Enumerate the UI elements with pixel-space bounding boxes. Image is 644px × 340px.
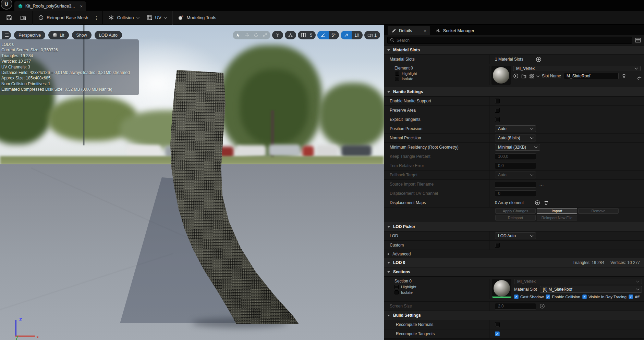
find-in-content-browser-button[interactable] <box>16 11 31 25</box>
use-selected-asset-icon[interactable] <box>513 73 519 79</box>
tab-socket-manager[interactable]: Socket Manager <box>432 26 478 35</box>
highlight-checkbox[interactable] <box>395 72 399 76</box>
coordinate-system-button[interactable] <box>272 31 283 39</box>
lit-mode-button[interactable]: Lit <box>48 31 69 39</box>
minimum-residency-dropdown[interactable]: Minimal (32KB) <box>495 144 540 151</box>
search-input[interactable] <box>397 38 629 43</box>
section-isolate-toggle[interactable]: Isolate <box>394 290 489 294</box>
normal-precision-dropdown[interactable]: Auto (8 bits) <box>495 135 536 141</box>
browse-to-asset-icon[interactable] <box>521 74 527 79</box>
element-0-block: Element 0 Highlight Isolate MI_Vertex <box>384 64 644 87</box>
preserve-area-checkbox[interactable] <box>495 108 500 113</box>
scale-tool-icon[interactable] <box>263 33 267 38</box>
category-build-settings[interactable]: Build Settings <box>384 311 644 320</box>
show-menu-button[interactable]: Show <box>72 31 92 39</box>
perspective-button[interactable]: Perspective <box>14 31 45 39</box>
unreal-logo[interactable]: U <box>0 0 14 11</box>
section-material-thumbnail[interactable] <box>492 279 511 298</box>
category-lod0[interactable]: LOD 0 Triangles: 19 284 Vertices: 10 277 <box>384 258 644 267</box>
slot-name-input[interactable] <box>564 73 619 79</box>
cast-shadow-checkbox[interactable]: ✓ <box>514 294 519 299</box>
tree-blob <box>240 69 308 144</box>
display-options-icon[interactable] <box>635 37 641 43</box>
reimport-options-menu[interactable]: ⋮ <box>92 11 101 25</box>
stat-line: Triangles: 19 284 <box>1 53 135 59</box>
angle-snap-value[interactable]: 5° <box>329 33 339 38</box>
material-picker-icon[interactable] <box>530 74 534 78</box>
browse-file-button[interactable]: ... <box>539 182 544 187</box>
add-material-slot-icon[interactable] <box>536 56 542 62</box>
viewport-options-menu[interactable] <box>2 31 11 39</box>
visible-ray-tracing-checkbox[interactable]: ✓ <box>582 294 587 299</box>
lod-dropdown[interactable]: LOD Auto <box>495 232 536 239</box>
apply-changes-button: Apply Changes <box>495 208 536 214</box>
isolate-toggle[interactable]: Isolate <box>394 77 489 81</box>
x-axis-line <box>15 336 35 337</box>
affect-toggle[interactable]: ✓Aff <box>629 294 640 299</box>
isolate-checkbox[interactable] <box>395 77 399 81</box>
angle-snap-control[interactable]: 5° <box>317 31 339 39</box>
recompute-normals-checkbox[interactable] <box>495 322 500 327</box>
add-array-element-icon[interactable] <box>535 200 540 205</box>
rotate-tool-icon[interactable] <box>254 33 258 38</box>
search-box[interactable] <box>387 37 632 44</box>
material-thumbnail[interactable] <box>491 66 511 85</box>
3d-viewport[interactable]: Perspective Lit Show LOD Auto <box>0 25 384 340</box>
save-icon <box>6 15 12 21</box>
cast-shadow-toggle[interactable]: ✓Cast Shadow <box>514 294 544 299</box>
tab-close-icon[interactable]: × <box>80 4 83 9</box>
recompute-tangents-checkbox[interactable]: ✓ <box>495 331 500 336</box>
select-tool-icon[interactable] <box>236 33 241 38</box>
tab-details[interactable]: Details × <box>388 26 430 35</box>
chevron-down-icon[interactable] <box>536 74 540 77</box>
highlight-toggle[interactable]: Highlight <box>394 72 489 76</box>
enable-collision-toggle[interactable]: ✓Enable Collision <box>546 294 580 299</box>
camera-speed-value[interactable]: 1 <box>374 33 380 38</box>
reset-to-default-icon[interactable] <box>637 76 642 81</box>
affect-checkbox[interactable]: ✓ <box>629 294 633 299</box>
import-button[interactable]: Import <box>537 208 577 214</box>
clear-array-icon[interactable] <box>544 200 549 205</box>
uv-menu-button[interactable]: UV <box>143 11 170 25</box>
pencil-icon <box>391 28 396 33</box>
modeling-tools-button[interactable]: Modeling Tools <box>174 11 220 25</box>
lod-auto-button[interactable]: LOD Auto <box>95 31 122 39</box>
scale-snap-control[interactable]: 10 <box>341 31 363 39</box>
scale-snap-value[interactable]: 10 <box>352 33 363 38</box>
section-isolate-checkbox[interactable] <box>394 290 399 294</box>
visible-ray-tracing-toggle[interactable]: ✓Visible In Ray Tracing <box>582 294 627 299</box>
material-dropdown[interactable]: MI_Vertex <box>513 66 641 71</box>
toolbar: Reimport Base Mesh ⋮ Collision UV Modeli… <box>0 11 644 25</box>
grid-snap-control[interactable]: 5 <box>298 31 316 39</box>
reimport-base-mesh-button[interactable]: Reimport Base Mesh <box>34 11 92 25</box>
grid-snap-value[interactable]: 5 <box>309 33 316 38</box>
section-highlight-toggle[interactable]: Highlight <box>394 285 489 289</box>
enable-nanite-checkbox[interactable] <box>495 99 500 103</box>
enable-collision-checkbox[interactable]: ✓ <box>546 294 550 299</box>
add-screen-size-icon[interactable] <box>539 303 545 309</box>
camera-speed-control[interactable]: 1 <box>364 31 380 39</box>
chevron-down-icon <box>636 287 640 290</box>
surface-snapping-button[interactable] <box>285 31 296 39</box>
details-search-row <box>384 35 644 46</box>
category-nanite-settings[interactable]: Nanite Settings <box>384 87 644 97</box>
category-material-slots[interactable]: Material Slots <box>384 46 644 55</box>
move-tool-icon[interactable] <box>245 33 250 38</box>
lod0-stats: Triangles: 19 284 Vertices: 10 277 <box>573 260 642 265</box>
tab-close-icon[interactable]: × <box>424 28 426 33</box>
custom-checkbox[interactable] <box>495 243 500 248</box>
save-button[interactable] <box>2 11 16 25</box>
category-lod-picker[interactable]: LOD Picker <box>384 222 644 231</box>
collision-menu-button[interactable]: Collision <box>105 11 143 25</box>
material-slot-dropdown[interactable]: [0] M_SlateRoof <box>540 286 642 293</box>
section-highlight-checkbox[interactable] <box>394 285 399 289</box>
section-flags-row: ✓Cast Shadow ✓Enable Collision ✓Visible … <box>514 294 642 299</box>
advanced-expander[interactable]: Advanced <box>384 250 644 258</box>
recompute-normals-row: Recompute Normals <box>384 320 644 329</box>
lod0-vertices: Vertices: 10 277 <box>610 260 640 265</box>
asset-tab[interactable]: Kit_Roofs_polySurface3... × <box>14 1 86 11</box>
explicit-tangents-checkbox[interactable] <box>495 117 500 122</box>
position-precision-dropdown[interactable]: Auto <box>495 125 536 132</box>
category-sections[interactable]: Sections <box>384 267 644 277</box>
delete-slot-icon[interactable] <box>621 73 627 79</box>
